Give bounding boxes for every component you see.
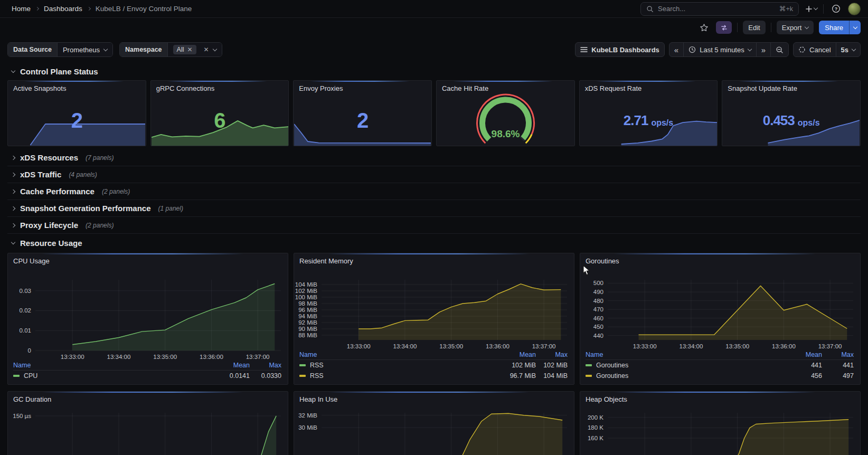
svg-text:13:34:00: 13:34:00 [393,343,417,349]
datasource-select[interactable]: Prometheus [57,43,112,56]
cpu-usage-chart[interactable]: 13:33:0013:34:0013:35:0013:36:0013:37:00… [8,253,288,384]
panel-title[interactable]: CPU Usage [13,257,50,265]
goroutines-chart[interactable]: 13:33:0013:34:0013:35:0013:36:0013:37:00… [580,253,860,384]
panel-envoy-proxies: Envoy Proxies 2 [293,80,432,146]
breadcrumb-current: KubeLB / Envoy Control Plane [96,5,192,13]
panel-title[interactable]: GC Duration [13,395,51,403]
svg-text:0.02: 0.02 [20,307,31,314]
legend-series[interactable]: Goroutines 456497 [586,371,854,381]
divider [771,23,771,32]
search-shortcut: ⌘+k [779,5,793,13]
help-icon: ? [832,4,841,13]
export-button[interactable]: Export [777,21,814,34]
chevron-right-icon [11,172,15,176]
search-placeholder: Search... [658,5,775,13]
dashboard-canvas: Control Plane Status Active Snapshots 2 … [0,63,868,455]
star-button[interactable] [697,21,711,34]
share-menu-button[interactable] [849,21,861,34]
row-panel-count: (1 panel) [158,205,183,212]
refresh-interval-picker[interactable]: 5s [836,43,860,56]
namespace-variable: Namespace All ✕ ✕ [119,42,222,57]
user-avatar[interactable] [848,3,861,15]
clear-icon[interactable]: ✕ [204,46,209,53]
panel-heap-objects: Heap Objects 13:33:0013:34:0013:35:0013:… [580,391,861,455]
svg-text:13:33:00: 13:33:00 [347,343,371,349]
new-button[interactable] [804,2,818,16]
legend-series[interactable]: RSS 102 MiB102 MiB [299,360,568,371]
row-control-plane-status[interactable]: Control Plane Status [7,63,861,79]
svg-text:200 K: 200 K [588,414,603,421]
svg-text:450: 450 [593,324,603,330]
row-panel-count: (4 panels) [69,171,97,178]
namespace-chip[interactable]: All ✕ [173,45,196,54]
row-panel-count: (2 panels) [86,222,114,229]
row-title: Resource Usage [20,239,82,248]
panel-title[interactable]: Heap In Use [299,395,337,403]
time-forward-button[interactable]: » [756,43,770,56]
row-xds-traffic[interactable]: xDS Traffic (4 panels) [7,166,861,183]
row-snapshot-generation-performance[interactable]: Snapshot Generation Performance (1 panel… [7,200,861,217]
menu-icon [580,46,588,53]
cancel-refresh-button[interactable]: Cancel [794,43,835,56]
svg-text:13:36:00: 13:36:00 [486,343,510,349]
svg-text:470: 470 [593,306,603,312]
zoom-out-button[interactable] [770,43,788,56]
svg-text:480: 480 [593,298,603,304]
chevron-down-icon [805,24,809,29]
time-range-label: Last 5 minutes [700,46,744,54]
namespace-select[interactable]: All ✕ ✕ [167,43,222,56]
kubelb-dashboards-button[interactable]: KubeLB Dashboards [575,43,664,56]
panel-title[interactable]: Resident Memory [299,257,353,265]
divider [823,4,824,14]
remove-icon[interactable]: ✕ [187,46,192,53]
panel-title[interactable]: Snapshot Update Rate [728,84,797,92]
resource-usage-row-1: CPU Usage 13:33:0013:34:0013:35:0013:36:… [7,253,861,385]
time-back-button[interactable]: « [669,43,683,56]
help-button[interactable]: ? [829,2,843,16]
svg-text:32 MiB: 32 MiB [298,412,317,419]
chevron-down-icon [813,6,817,10]
dashboard-controls: Data Source Prometheus Namespace All ✕ ✕ [0,42,868,57]
search-input[interactable]: Search... ⌘+k [640,2,799,16]
resident-memory-chart[interactable]: 13:33:0013:34:0013:35:0013:36:0013:37:00… [294,253,574,384]
row-resource-usage[interactable]: Resource Usage [7,235,861,251]
share-button[interactable]: Share [819,21,849,34]
panel-title[interactable]: xDS Request Rate [585,84,642,92]
row-cache-performance[interactable]: Cache Performance (2 panels) [7,183,861,200]
panel-title[interactable]: Envoy Proxies [299,84,343,92]
chevron-down-icon [103,46,108,51]
row-title: Proxy Lifecycle [20,221,78,230]
time-range-picker[interactable]: Last 5 minutes [683,43,756,56]
svg-text:0.03: 0.03 [20,288,31,294]
svg-text:90 MiB: 90 MiB [298,326,317,332]
panel-title[interactable]: Cache Hit Rate [442,84,488,92]
panel-title[interactable]: Goroutines [586,257,619,265]
row-proxy-lifecycle[interactable]: Proxy Lifecycle (2 panels) [7,217,861,234]
row-xds-resources[interactable]: xDS Resources (7 panels) [7,149,861,166]
panel-legend: NameMeanMax Goroutines 441441 Goroutines… [586,349,854,381]
svg-text:13:33:00: 13:33:00 [633,343,657,349]
svg-text:460: 460 [593,315,603,321]
svg-text:94 MiB: 94 MiB [298,313,317,319]
export-label: Export [782,24,802,32]
panel-title[interactable]: Active Snapshots [13,84,66,92]
swap-arrows-icon [720,24,728,32]
svg-text:98 MiB: 98 MiB [298,300,317,307]
row-panel-count: (2 panels) [102,188,130,195]
breadcrumb-dashboards[interactable]: Dashboards [44,5,82,13]
svg-text:13:36:00: 13:36:00 [772,343,796,349]
edit-button[interactable]: Edit [743,21,765,34]
panel-title[interactable]: Heap Objects [586,395,627,403]
legend-series[interactable]: Goroutines 441441 [586,360,854,371]
namespace-value: All [177,46,184,53]
time-picker-group: « Last 5 minutes » [669,42,789,57]
dashboard-actions-bar: Edit Export Share [0,18,868,37]
legend-series[interactable]: CPU 0.01410.0330 [13,371,281,381]
legend-series[interactable]: RSS 96.7 MiB104 MiB [299,371,568,381]
shared-dashboard-button[interactable] [716,21,732,34]
row-title: Cache Performance [20,187,95,196]
breadcrumb-home[interactable]: Home [12,5,31,13]
plus-icon [805,5,813,13]
panel-title[interactable]: gRPC Connections [156,84,215,92]
datasource-value: Prometheus [63,46,100,54]
